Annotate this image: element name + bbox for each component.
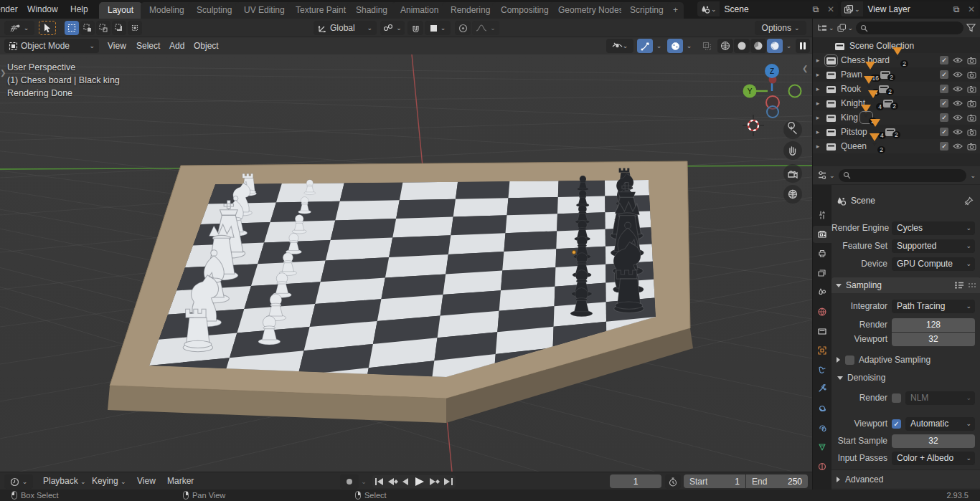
properties-tab-particles[interactable]	[813, 381, 831, 398]
tab-uv-editing[interactable]: UV Editing	[235, 2, 293, 19]
menu-render[interactable]: ender	[0, 0, 24, 19]
shading-wireframe-button[interactable]	[717, 39, 733, 53]
snap-target-dropdown[interactable]: ⌄	[425, 21, 451, 35]
hide-eye-icon[interactable]	[953, 85, 963, 92]
overlays-dropdown[interactable]: ⌄	[684, 39, 694, 53]
outliner-row-queen[interactable]: ▸Queen2✓	[813, 139, 980, 153]
view-layer-copy-button[interactable]: ⧉	[948, 1, 964, 16]
timeline-editor-type-button[interactable]: ⌄	[4, 474, 33, 489]
transform-orientation-dropdown[interactable]: Global ⌄	[314, 21, 377, 35]
viewport-canvas[interactable]: ZY User Perspective (1) Chess board | Bl…	[0, 54, 812, 472]
exclude-checkbox[interactable]: ✓	[940, 56, 948, 65]
exclude-checkbox[interactable]: ✓	[940, 85, 948, 93]
properties-editor-type-button[interactable]: ⌄	[817, 171, 835, 180]
menu-view[interactable]: View	[102, 37, 132, 54]
properties-search-input[interactable]	[839, 169, 967, 182]
auto-keying-button[interactable]	[340, 474, 359, 489]
outliner-filter-mode-dropdown[interactable]: ⌄	[837, 24, 854, 32]
properties-tab-output[interactable]	[813, 245, 831, 262]
adaptive-sampling-row[interactable]: Adaptive Sampling	[831, 351, 980, 368]
outliner-row-knight[interactable]: ▸Knight42✓	[813, 96, 980, 110]
scene-name-field[interactable]: Scene	[720, 1, 808, 16]
properties-tab-tool[interactable]	[813, 206, 831, 224]
expand-arrow-icon[interactable]: ▸	[813, 71, 823, 78]
object-visibility-dropdown[interactable]: ⌄	[606, 39, 633, 53]
view-layer-name-field[interactable]: View Layer	[863, 1, 948, 16]
exclude-checkbox[interactable]: ✓	[940, 142, 948, 151]
shading-rendered-button[interactable]	[767, 39, 783, 53]
select-mode-box[interactable]	[80, 21, 95, 35]
playback-controls[interactable]	[372, 475, 456, 488]
shading-solid-button[interactable]	[734, 39, 750, 53]
denoise-render-dropdown[interactable]: NLM⌄	[905, 391, 975, 405]
frame-end-field[interactable]: End250	[746, 474, 808, 488]
toolbar-expand-arrow[interactable]: ❯	[0, 69, 6, 77]
zoom-view-button[interactable]	[783, 120, 802, 139]
viewport-samples-field[interactable]: 32	[892, 333, 975, 346]
denoising-row[interactable]: Denoising	[831, 369, 980, 386]
outliner-display-mode-dropdown[interactable]: ⌄	[817, 24, 834, 32]
hide-eye-icon[interactable]	[953, 143, 963, 150]
hide-eye-icon[interactable]	[953, 100, 963, 107]
properties-tab-physics[interactable]	[813, 400, 831, 417]
tab-modeling[interactable]: Modeling	[141, 2, 193, 19]
pause-preview-button[interactable]	[796, 39, 810, 53]
gizmo-dropdown[interactable]: ⌄	[654, 39, 664, 53]
properties-tab-collection[interactable]	[813, 323, 831, 340]
denoise-viewport-checkbox[interactable]: ✓	[892, 419, 901, 429]
exclude-checkbox[interactable]: ✓	[940, 128, 948, 136]
select-mode-intersect[interactable]	[128, 21, 142, 35]
snap-toggle[interactable]	[407, 21, 423, 35]
properties-tab-material[interactable]	[813, 458, 831, 475]
tab-animation[interactable]: Animation	[392, 2, 447, 19]
tab-shading[interactable]: Shading	[347, 2, 396, 19]
properties-tab-world[interactable]	[813, 303, 831, 320]
expand-arrow-icon[interactable]: ▸	[813, 100, 823, 107]
toggle-ortho-button[interactable]	[783, 185, 802, 204]
denoise-render-checkbox[interactable]	[892, 393, 901, 403]
camera-view-button[interactable]	[783, 164, 802, 183]
device-dropdown[interactable]: GPU Compute⌄	[892, 257, 975, 271]
menu-playback[interactable]: Playback ⌄	[37, 472, 92, 490]
properties-tab-constraints[interactable]	[813, 419, 831, 436]
exclude-checkbox[interactable]: ✓	[940, 99, 948, 108]
active-tool-select-box[interactable]	[39, 21, 56, 35]
view-layer-browse-button[interactable]: ⌄	[841, 1, 863, 16]
start-sample-field[interactable]: 32	[892, 434, 975, 448]
tab-texture-paint[interactable]: Texture Paint	[287, 2, 354, 19]
denoise-viewport-dropdown[interactable]: Automatic⌄	[905, 417, 975, 431]
frame-start-field[interactable]: Start1	[684, 474, 745, 488]
filter-funnel-icon[interactable]	[966, 24, 976, 32]
properties-tab-modifiers[interactable]	[813, 361, 831, 378]
outliner-row-pawn[interactable]: ▸Pawn162✓	[813, 67, 980, 82]
disable-render-camera-icon[interactable]	[967, 71, 976, 79]
add-workspace-button[interactable]: +	[667, 2, 684, 19]
expand-arrow-icon[interactable]: ▸	[813, 114, 823, 121]
menu-keying[interactable]: Keying ⌄	[86, 472, 132, 490]
disable-render-camera-icon[interactable]	[967, 143, 976, 151]
menu-timeline-view[interactable]: View	[131, 472, 161, 490]
menu-object[interactable]: Object	[188, 37, 225, 54]
tab-compositing[interactable]: Compositing	[492, 2, 557, 19]
snap-pivot-dropdown[interactable]: ⌄	[380, 21, 405, 35]
expand-arrow-icon[interactable]: ▸	[813, 57, 823, 64]
editor-type-button[interactable]: ⌄	[4, 21, 34, 35]
scene-browse-button[interactable]: ⌄	[697, 1, 720, 16]
sampling-section-header[interactable]: Sampling	[831, 277, 980, 293]
shading-material-button[interactable]	[750, 39, 766, 53]
tab-layout[interactable]: Layout	[99, 2, 142, 19]
disable-render-camera-icon[interactable]	[967, 114, 976, 122]
tab-scripting[interactable]: Scripting	[621, 2, 672, 19]
outliner-search-input[interactable]	[856, 22, 963, 34]
select-mode-tweak[interactable]	[65, 21, 79, 35]
render-engine-dropdown[interactable]: Cycles⌄	[892, 221, 975, 235]
select-mode-extend[interactable]	[96, 21, 110, 35]
properties-options-dropdown[interactable]: ⌄	[970, 172, 976, 179]
expand-arrow-icon[interactable]: ▸	[813, 85, 823, 92]
mode-dropdown[interactable]: Object Mode ⌄	[4, 39, 99, 53]
menu-select[interactable]: Select	[131, 37, 166, 54]
pin-icon[interactable]	[964, 196, 974, 206]
disable-render-camera-icon[interactable]	[967, 57, 976, 65]
hide-eye-icon[interactable]	[953, 57, 963, 64]
select-mode-subtract[interactable]	[112, 21, 126, 35]
